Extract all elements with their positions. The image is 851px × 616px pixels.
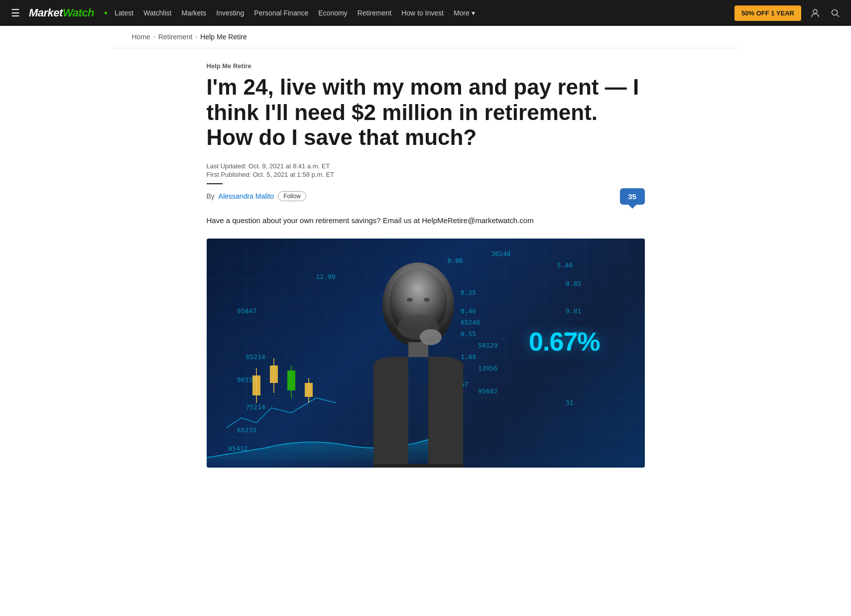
svg-rect-9 — [305, 383, 313, 397]
svg-rect-5 — [270, 366, 278, 383]
last-updated: Last Updated: Oct. 9, 2021 at 8:41 a.m. … — [207, 162, 645, 170]
nav-item-more[interactable]: More ▾ — [449, 6, 480, 20]
big-percentage: 0.67% — [529, 327, 600, 357]
nav-dot: • — [104, 7, 108, 18]
article-title: I'm 24, live with my mom and pay rent — … — [207, 75, 645, 150]
nav-link-investing[interactable]: Investing — [211, 6, 249, 20]
article-divider — [207, 183, 223, 184]
person-silhouette — [344, 250, 493, 468]
svg-point-17 — [424, 298, 430, 302]
hamburger-button[interactable]: ☰ — [8, 4, 23, 22]
nav-item-retirement[interactable]: Retirement — [353, 6, 396, 20]
nav-item-economy[interactable]: Economy — [313, 6, 352, 20]
article-image-wrap: 0.06 12.99 0.25 30248 5.40 0.46 65248 0.… — [207, 239, 645, 468]
follow-button[interactable]: Follow — [278, 191, 306, 201]
article-meta: Last Updated: Oct. 9, 2021 at 8:41 a.m. … — [207, 162, 645, 178]
nav-link-watchlist[interactable]: Watchlist — [138, 6, 176, 20]
svg-point-16 — [407, 298, 413, 302]
logo-market-text: Market — [29, 6, 63, 19]
first-published: First Published: Oct. 5, 2021 at 1:58 p.… — [207, 171, 645, 178]
nav-icons — [807, 6, 843, 20]
hamburger-icon: ☰ — [11, 7, 20, 18]
byline-left: By Alessandra Malito Follow — [207, 191, 306, 201]
svg-point-15 — [420, 329, 442, 345]
author-link[interactable]: Alessandra Malito — [219, 192, 274, 200]
search-icon-button[interactable] — [827, 6, 843, 20]
svg-point-0 — [813, 9, 817, 13]
nav-item-latest[interactable]: Latest — [110, 6, 138, 20]
breadcrumb-sep-2: › — [195, 33, 197, 40]
nav-item-watchlist[interactable]: Watchlist — [138, 6, 176, 20]
breadcrumb-section[interactable]: Retirement — [158, 33, 192, 41]
chevron-down-icon: ▾ — [472, 9, 475, 17]
breadcrumb-current: Help Me Retire — [200, 33, 246, 41]
comment-count: 35 — [620, 188, 645, 205]
user-icon-button[interactable] — [807, 6, 823, 20]
svg-rect-11 — [408, 342, 428, 357]
breadcrumb-wrap: Home › Retirement › Help Me Retire — [112, 26, 739, 48]
cta-button[interactable]: 50% OFF 1 YEAR — [734, 5, 801, 21]
nav-item-personal-finance[interactable]: Personal Finance — [249, 6, 313, 20]
article-intro: Have a question about your own retiremen… — [207, 215, 645, 227]
article-byline: By Alessandra Malito Follow 35 — [207, 188, 645, 205]
nav-link-more[interactable]: More ▾ — [449, 6, 480, 20]
by-prefix: By — [207, 192, 215, 200]
nav-link-personal-finance[interactable]: Personal Finance — [249, 6, 313, 20]
breadcrumb-sep-1: › — [153, 33, 155, 40]
logo[interactable]: MarketWatch — [29, 6, 94, 19]
article-image: 0.06 12.99 0.25 30248 5.40 0.46 65248 0.… — [207, 239, 645, 468]
svg-rect-7 — [287, 370, 295, 390]
nav-links: • Latest Watchlist Markets Investing Per… — [104, 6, 734, 20]
article-section-label: Help Me Retire — [207, 62, 645, 70]
nav-link-economy[interactable]: Economy — [313, 6, 352, 20]
nav-item-investing[interactable]: Investing — [211, 6, 249, 20]
nav-link-latest[interactable]: Latest — [110, 6, 138, 20]
user-icon — [810, 8, 820, 18]
svg-rect-3 — [252, 375, 260, 395]
nav-link-retirement[interactable]: Retirement — [353, 6, 396, 20]
svg-point-1 — [832, 10, 838, 15]
nav-item-how-to-invest[interactable]: How to Invest — [396, 6, 449, 20]
navbar: ☰ MarketWatch • Latest Watchlist Markets… — [0, 0, 851, 26]
nav-link-markets[interactable]: Markets — [176, 6, 211, 20]
breadcrumb-home[interactable]: Home — [132, 33, 150, 41]
main-content: Help Me Retire I'm 24, live with my mom … — [187, 62, 665, 509]
logo-watch-text: Watch — [63, 6, 94, 19]
nav-link-how-to-invest[interactable]: How to Invest — [396, 6, 449, 20]
comment-bubble[interactable]: 35 — [620, 188, 645, 205]
nav-item-markets[interactable]: Markets — [176, 6, 211, 20]
search-icon — [830, 8, 840, 18]
svg-rect-12 — [373, 464, 463, 468]
breadcrumb: Home › Retirement › Help Me Retire — [132, 33, 720, 41]
